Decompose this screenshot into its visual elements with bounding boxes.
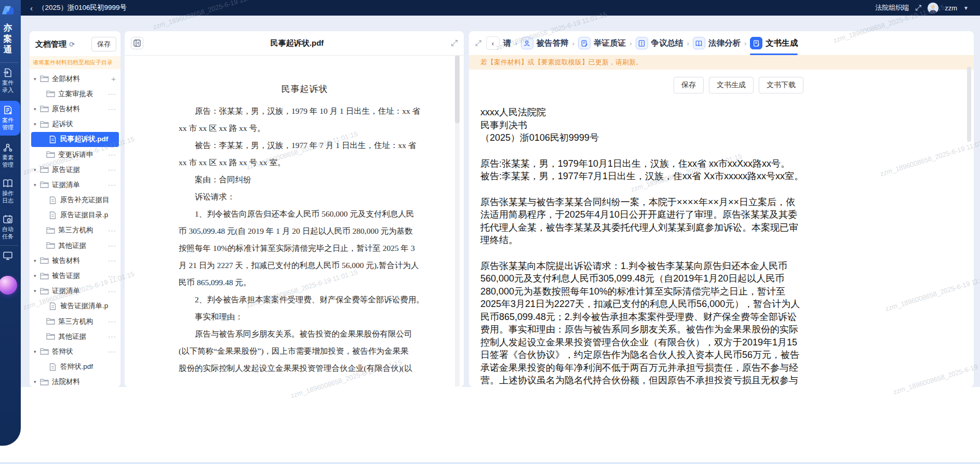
sidebar-item-screen[interactable] [0,246,21,268]
more-icon[interactable]: ··· [108,317,117,325]
tree-folder-row[interactable]: ▾起诉状 [30,117,120,132]
more-icon[interactable]: ··· [108,226,117,234]
tree-folder-row[interactable]: ▾原告材料··· [30,101,120,116]
tree-caret-icon[interactable]: ▾ [34,182,40,188]
tree-row-label: 其他证据 [58,241,108,250]
more-icon[interactable]: ··· [108,348,117,355]
sidebar-item-element-manage[interactable]: 要素管理 [0,138,21,174]
avatar[interactable] [928,3,938,14]
tree-folder-row[interactable]: ▾原告证据··· [30,162,120,177]
tree-caret-icon[interactable]: ▾ [34,106,40,112]
more-icon[interactable]: ··· [108,181,117,189]
sidebar-item-operation-log[interactable]: 操作日志 [0,174,21,209]
generated-judgment-document[interactable]: xxxx人民法院院民事判决书（2025）浙0106民初9999号原告:张某某，男… [480,106,803,387]
tree-file-row[interactable]: 原告证据目录.p [30,208,120,223]
tree-caret-icon[interactable]: ▾ [34,122,40,127]
workflow-step-1[interactable]: 请 [503,31,512,55]
tree-folder-row[interactable]: 第三方机构··· [30,223,120,238]
more-icon[interactable]: ··· [108,272,117,280]
sidebar-item-auto-task[interactable]: 自动任务 [0,209,21,245]
tree-row-label: 原告材料 [52,104,108,114]
sidebar-item-case-manage[interactable]: 案件管理 [0,101,20,136]
back-chevron-icon[interactable]: ‹ [30,4,33,12]
tree-file-row[interactable]: 原告补充证据目 [30,193,120,208]
pdf-text-line: 原告与被告系同乡朋友关系。被告投资的金果果股份有限公司 [179,325,443,342]
more-icon[interactable]: ··· [108,105,117,113]
tree-folder-row[interactable]: ▾法院材料 [30,375,120,387]
file-icon [48,363,57,371]
more-icon[interactable]: ··· [108,242,117,249]
breadcrumb-separator-icon: › [629,39,632,47]
pdf-scrollbar-thumb[interactable] [455,56,460,123]
tree-folder-row[interactable]: 其他证据··· [30,238,120,253]
sidebar-item-label: 自动任务 [0,226,21,240]
tree-caret-icon[interactable]: ▾ [34,76,40,82]
tree-row-label: 被告证据 [52,271,108,281]
pdf-text-line: xx 市 xx 区 xx 路 xx 号。 [179,119,443,137]
more-icon[interactable]: ··· [108,151,117,158]
tree-folder-row[interactable]: 立案审批表··· [30,86,120,101]
workflow-step-3[interactable]: 举证质证 [578,31,626,55]
ai-assistant-orb[interactable] [0,276,17,295]
tree-folder-row[interactable]: ▾答辩状··· [30,344,120,359]
crumb-back-button[interactable]: ‹ [486,36,500,50]
more-icon[interactable]: ··· [108,90,117,98]
judgment-paragraph-1: 原告张某某与被告李某某合同纠纷一案，本院于××××年××月××日立案后，依法适用… [480,196,803,247]
sidebar-item-case-entry[interactable]: 案件录入 [0,63,21,99]
generate-document-button[interactable]: 文书生成 [709,77,754,94]
tree-folder-row[interactable]: ▾证据清单··· [30,284,120,299]
tree-caret-icon[interactable]: ▾ [34,349,40,354]
tree-caret-icon[interactable]: ▾ [34,288,40,293]
tree-folder-row[interactable]: ▾证据清单··· [30,177,120,192]
refresh-icon[interactable]: ⟳ [69,41,91,48]
workflow-step-2[interactable]: 被告答辩 [521,31,569,55]
tree-folder-row[interactable]: 其他证据··· [30,329,120,344]
tree-file-row[interactable]: 答辩状.pdf [30,359,120,375]
collapse-panel-icon[interactable] [131,37,143,49]
pdf-text-line: 事实和理由： [179,308,443,325]
tree-folder-row[interactable]: ▾被告证据··· [30,268,120,283]
tree-row-label: 原告证据 [52,165,108,175]
save-button[interactable]: 保存 [91,37,116,51]
tree-folder-row[interactable]: ▾全部材料+ [30,71,120,86]
fullscreen-icon[interactable]: ⤢ [915,3,921,12]
document-line: 被告:李某某，男，1977年7月1日出生，汉族，住xx省 Xx市xxxxx路xx… [480,170,803,183]
tree-row-label: 变更诉请申 [58,150,108,159]
save-document-button[interactable]: 保存 [674,77,704,94]
panel-scrollbar-thumb[interactable] [967,66,971,142]
more-icon[interactable]: ··· [108,166,117,174]
tree-file-row[interactable]: 民事起诉状.pdf [31,132,119,147]
folder-icon [40,166,49,174]
workflow-step-label: 争议总结 [651,38,683,49]
folder-icon [46,242,55,249]
workflow-step-5[interactable]: 法律分析 [693,31,741,55]
tree-file-row[interactable]: 被告证据清单.p [30,299,120,314]
folder-icon [40,348,49,355]
tree-caret-icon[interactable]: ▾ [34,258,40,263]
folder-icon [40,75,49,83]
chevron-down-icon[interactable]: ▼ [963,5,969,11]
refresh-notice-banner: 若【案件材料】或【要素提取模版】已更新，请刷新。 [469,55,974,70]
tree-caret-icon[interactable]: ▾ [34,379,40,384]
folder-icon [46,151,55,158]
add-icon[interactable]: + [111,74,117,83]
workflow-step-6[interactable]: 文书生成 [750,31,798,55]
expand-icon[interactable]: ⤢ [451,38,458,48]
pdf-viewer-panel: 民事起诉状.pdf ⤢ 民事起诉状 原告：张某某，男，汉族，1979 年 10 … [125,31,464,387]
tree-folder-row[interactable]: 第三方机构··· [30,314,120,329]
workflow-step-label: 法律分析 [708,38,741,49]
document-manage-panel: 文档管理 ⟳ 保存 请将案件材料归档至相应子目录 ▾全部材料+立案审批表···▾… [30,31,120,387]
download-document-button[interactable]: 文书下载 [759,77,803,94]
document-toolbar: 保存文书生成文书下载 [480,70,803,94]
workflow-step-4[interactable]: 争议总结 [636,31,683,55]
tree-caret-icon[interactable]: ▾ [34,167,40,172]
more-icon[interactable]: ··· [108,332,117,340]
tree-caret-icon[interactable]: ▾ [34,273,40,278]
more-icon[interactable]: ··· [108,257,117,264]
pdf-text-line: 1、判令被告向原告归还本金人民币 560,000 元及支付利息人民 [179,205,443,222]
tree-folder-row[interactable]: ▾被告材料··· [30,253,120,268]
expand-icon[interactable]: ⤢ [475,38,481,48]
tree-folder-row[interactable]: 变更诉请申··· [30,147,120,162]
tree-row-label: 第三方机构 [58,225,108,235]
more-icon[interactable]: ··· [108,287,117,295]
